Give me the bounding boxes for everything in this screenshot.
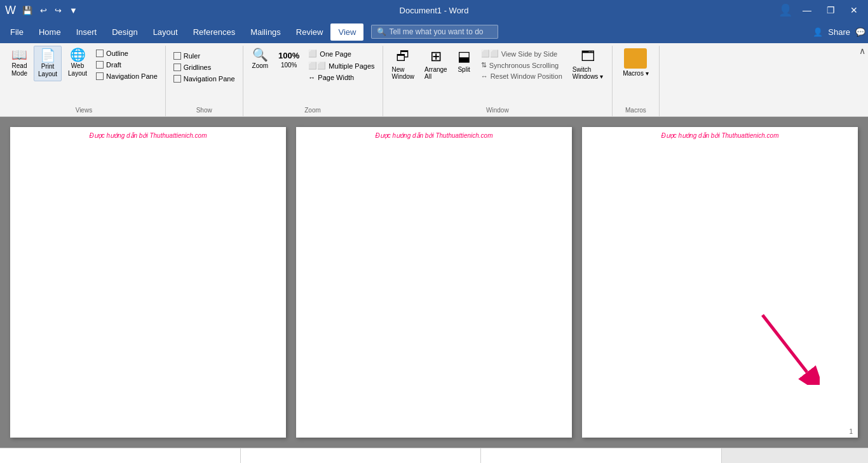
nav-pane-checkbox-icon	[96, 72, 104, 80]
outline-check[interactable]: Outline	[93, 48, 160, 58]
outline-checkbox-icon	[96, 50, 104, 57]
ribbon-group-window: 🗗 NewWindow ⊞ ArrangeAll ⬓ Split ⬜⬜ View…	[383, 46, 613, 116]
menu-bar: File Home Insert Design Layout Reference…	[0, 20, 868, 43]
one-page-btn[interactable]: ⬜ One Page	[306, 48, 377, 59]
menu-review[interactable]: Review	[288, 23, 331, 41]
red-arrow-annotation	[756, 309, 820, 387]
customize-qa-btn[interactable]: ▼	[67, 4, 80, 17]
multiple-pages-btn[interactable]: ⬜⬜ Multiple Pages	[306, 60, 377, 71]
outline-label: Outline	[106, 50, 128, 57]
nav-pane-check-views[interactable]: Navigation Pane	[93, 71, 160, 81]
switch-windows-icon: 🗔	[581, 48, 595, 65]
zoom-100-label: 100%	[281, 62, 297, 69]
context-icon: 👤	[778, 3, 792, 17]
nav-pane-check-show[interactable]: Navigation Pane	[171, 74, 238, 84]
comment-icon[interactable]: 💬	[855, 27, 865, 37]
switch-windows-label: SwitchWindows ▾	[573, 66, 603, 80]
arrange-all-icon: ⊞	[430, 48, 442, 65]
brand-watermark: Thuthuattienich.com	[722, 448, 868, 463]
search-icon: 🔍	[377, 27, 386, 36]
page-width-btn[interactable]: ↔ Page Width	[306, 72, 377, 83]
reset-window-btn[interactable]: ↔ Reset Window Position	[477, 71, 566, 81]
print-layout-btn[interactable]: 📄 PrintLayout	[34, 46, 62, 81]
share-btn[interactable]: Share	[828, 27, 850, 37]
menu-view[interactable]: View	[330, 23, 363, 41]
ribbon-group-views: 📖 ReadMode 📄 PrintLayout 🌐 WebLayout Out…	[3, 46, 166, 116]
undo-qa-btn[interactable]: ↩	[37, 4, 50, 17]
menu-file[interactable]: File	[3, 23, 31, 41]
thumbnail-1	[0, 448, 241, 463]
new-window-label: NewWindow	[392, 66, 415, 80]
zoom-pages-group: ⬜ One Page ⬜⬜ Multiple Pages ↔ Page Widt…	[306, 48, 377, 83]
tell-me-placeholder: Tell me what you want to do	[389, 27, 483, 36]
menu-design[interactable]: Design	[104, 23, 145, 41]
tell-me-search[interactable]: 🔍 Tell me what you want to do	[371, 25, 498, 39]
svg-line-1	[763, 315, 807, 372]
nav-pane-show-checkbox-icon	[173, 75, 181, 83]
thumbnail-2	[241, 448, 482, 463]
ribbon-group-macros: Macros ▾ Macros	[613, 46, 660, 116]
thumbnail-bar: Thuthuattienich.com	[0, 448, 868, 463]
show-checkboxes: Ruler Gridlines Navigation Pane	[171, 51, 238, 84]
menu-references[interactable]: References	[186, 23, 243, 41]
multiple-pages-label: Multiple Pages	[329, 62, 374, 70]
ruler-check[interactable]: Ruler	[171, 51, 238, 61]
ruler-label: Ruler	[184, 52, 200, 60]
view-side-by-side-btn[interactable]: ⬜⬜ View Side by Side	[477, 48, 566, 59]
zoom-group-label: Zoom	[248, 105, 377, 114]
views-content: 📖 ReadMode 📄 PrintLayout 🌐 WebLayout Out…	[8, 46, 160, 105]
ribbon-collapse-btn[interactable]: ∧	[859, 46, 865, 56]
multiple-pages-icon: ⬜⬜	[308, 62, 326, 70]
zoom-100-icon: 100%	[278, 51, 299, 60]
document-area: Được hướng dẫn bởi Thuthuattienich.com Đ…	[0, 117, 868, 448]
window-side-items: ⬜⬜ View Side by Side ⇅ Synchronous Scrol…	[477, 48, 566, 81]
menu-home[interactable]: Home	[31, 23, 69, 41]
ribbon-content: 📖 ReadMode 📄 PrintLayout 🌐 WebLayout Out…	[0, 43, 868, 117]
menu-layout[interactable]: Layout	[146, 23, 186, 41]
split-label: Split	[458, 66, 470, 73]
gridlines-label: Gridlines	[184, 64, 211, 71]
close-btn[interactable]: ✕	[845, 4, 863, 17]
page-width-icon: ↔	[308, 74, 315, 81]
zoom-100-btn[interactable]: 100% 100%	[275, 46, 303, 72]
menu-insert[interactable]: Insert	[69, 23, 105, 41]
zoom-content: 🔍 Zoom 100% 100% ⬜ One Page ⬜⬜ Multiple …	[248, 46, 377, 105]
page-width-label: Page Width	[318, 74, 354, 81]
read-mode-label: ReadMode	[11, 62, 27, 77]
arrange-all-btn[interactable]: ⊞ ArrangeAll	[421, 46, 451, 83]
views-group-label: Views	[8, 105, 160, 114]
redo-qa-btn[interactable]: ↪	[52, 4, 64, 17]
new-window-btn[interactable]: 🗗 NewWindow	[388, 46, 419, 83]
one-page-icon: ⬜	[308, 50, 317, 58]
watermark-3: Được hướng dẫn bởi Thuthuattienich.com	[661, 132, 779, 139]
ribbon: 📖 ReadMode 📄 PrintLayout 🌐 WebLayout Out…	[0, 43, 868, 117]
read-mode-btn[interactable]: 📖 ReadMode	[8, 46, 31, 80]
switch-windows-btn[interactable]: 🗔 SwitchWindows ▾	[569, 46, 607, 83]
doc-page-1: Được hướng dẫn bởi Thuthuattienich.com	[10, 127, 286, 438]
sync-scrolling-btn[interactable]: ⇅ Synchronous Scrolling	[477, 60, 566, 70]
title-bar: W 💾 ↩ ↪ ▼ Document1 - Word 👤 — ❐ ✕	[0, 0, 868, 20]
web-layout-btn[interactable]: 🌐 WebLayout	[64, 46, 91, 80]
minimize-btn[interactable]: —	[797, 4, 817, 17]
draft-check[interactable]: Draft	[93, 60, 160, 70]
read-mode-icon: 📖	[11, 48, 27, 61]
title-bar-left: W 💾 ↩ ↪ ▼	[5, 4, 80, 17]
sync-scroll-label: Synchronous Scrolling	[489, 62, 559, 69]
window-title: Document1 - Word	[400, 6, 469, 15]
macros-label: Macros ▾	[623, 70, 649, 77]
zoom-btn[interactable]: 🔍 Zoom	[248, 46, 273, 72]
web-layout-icon: 🌐	[70, 48, 86, 61]
macros-btn[interactable]: Macros ▾	[618, 46, 654, 79]
split-icon: ⬓	[458, 48, 471, 65]
title-bar-controls: 👤 — ❐ ✕	[778, 3, 863, 17]
gridlines-checkbox-icon	[173, 64, 181, 71]
save-qa-btn[interactable]: 💾	[20, 4, 35, 17]
menu-mailings[interactable]: Mailings	[243, 23, 288, 41]
gridlines-check[interactable]: Gridlines	[171, 62, 238, 72]
nav-pane-label-views: Navigation Pane	[106, 72, 158, 80]
split-btn[interactable]: ⬓ Split	[454, 46, 475, 76]
restore-btn[interactable]: ❐	[822, 4, 840, 17]
macros-content: Macros ▾	[618, 46, 654, 105]
menu-right: 👤 Share 💬	[813, 27, 865, 37]
zoom-icon: 🔍	[252, 48, 268, 61]
